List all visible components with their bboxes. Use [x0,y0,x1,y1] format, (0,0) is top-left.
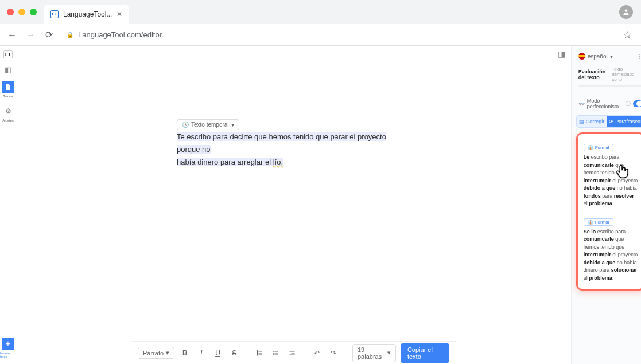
url-text: LanguageTool.com/editor [78,30,162,39]
panel-menu-icon[interactable]: ⋮ [637,53,641,60]
window-controls [0,9,44,15]
perfectionist-mode-row: 👓 Modo perfeccionista ⓘ [576,92,641,115]
tab-title: LanguageTool... [63,10,112,18]
paraphrase-suggestions-box: 👔 Formal Le escribo para comunicarle que… [576,132,641,291]
mode-paraphrase-label: Parafrasear [615,119,641,124]
url-field[interactable]: 🔒 LanguageTool.com/editor [61,30,617,39]
evaluation-title: Evaluación del texto [578,69,612,80]
redo-button[interactable]: ↷ [328,346,340,360]
svg-point-11 [273,353,274,353]
undo-button[interactable]: ↶ [311,346,323,360]
mode-correct-button[interactable]: ▤ Corregir [577,116,607,127]
chevron-down-icon: ▾ [231,122,234,128]
browser-profile-avatar[interactable] [619,5,633,19]
lock-icon: 🔒 [67,32,73,38]
copy-button-label: Copiar el texto [407,346,433,360]
app-container: LT ◧ Textos ⚙ Ajustes + Nuevo texto ◨ 🕓 … [0,46,641,364]
bold-button[interactable]: B [179,346,191,360]
suggestion-text-0: Le escribo para comunicarle que hemos te… [584,154,638,208]
rail-item-textos[interactable]: Textos [0,81,16,98]
glasses-icon: 👓 [578,101,585,107]
suggestion-text-1: Se lo escribo para comunicarle que hemos… [584,228,638,283]
bookmark-star-icon[interactable]: ☆ [623,29,632,41]
evaluation-progress-bar [578,85,641,87]
document-icon [2,81,14,93]
rail-new-text[interactable]: + Nuevo texto [0,338,16,358]
perfectionist-label: Modo perfeccionista [587,98,623,109]
panel-toggle-left-icon[interactable]: ◧ [5,65,11,74]
rail-label-ajustes: Ajustes [2,119,14,122]
window-close-button[interactable] [7,9,14,15]
italic-button[interactable]: I [196,346,208,360]
editor-text-content[interactable]: Te escribo para decirte que hemos tenido… [177,131,410,169]
temp-text-chip[interactable]: 🕓 Texto temporal ▾ [177,119,239,130]
mode-switcher: ▤ Corregir ⟳ Parafrasear [576,115,641,128]
badge-label-1: Formal [595,220,609,225]
tab-close-icon[interactable]: ✕ [116,10,122,18]
svg-text:3: 3 [257,354,258,356]
window-maximize-button[interactable] [30,9,37,15]
main-area: ◨ 🕓 Texto temporal ▾ Te escribo para dec… [16,46,571,364]
browser-tab-bar: LT LanguageTool... ✕ [0,0,641,24]
mode-paraphrase-button[interactable]: ⟳ Parafrasear [607,116,641,127]
main-topbar: ◨ [16,46,571,62]
suggestion-badge-formal: 👔 Formal [584,144,613,151]
clock-icon: 🕓 [182,122,189,128]
editor-line-1: Te escribo para decirte que hemos tenido… [177,132,386,154]
chevron-down-icon: ▾ [610,53,613,60]
editor-body[interactable]: 🕓 Texto temporal ▾ Te escribo para decir… [16,62,571,341]
rail-label-textos: Textos [3,95,13,98]
window-minimize-button[interactable] [18,9,25,15]
tie-icon: 👔 [588,145,593,150]
unordered-list-button[interactable] [270,346,282,360]
plus-icon: + [2,338,14,350]
chevron-down-icon: ▾ [387,349,391,357]
suggestion-card[interactable]: 👔 Formal Le escribo para comunicarle que… [581,138,640,212]
editor-line-2a: había dinero para arreglar el [177,158,273,166]
svg-point-0 [625,9,628,12]
copy-text-button[interactable]: Copiar el texto [401,343,449,363]
flag-spain-icon [578,53,585,60]
paragraph-label: Párrafo [143,350,164,357]
panel-toggle-right-icon[interactable]: ◨ [558,49,565,58]
info-icon[interactable]: ⓘ [626,100,631,108]
suggestion-card[interactable]: 👔 Formal Se lo escribo para comunicarle … [581,212,640,286]
reload-button[interactable]: ⟳ [42,29,55,41]
rail-item-ajustes[interactable]: ⚙ Ajustes [0,105,16,122]
app-logo[interactable]: LT [3,50,13,58]
browser-tab[interactable]: LT LanguageTool... ✕ [44,5,129,24]
strikethrough-button[interactable]: S [228,346,240,360]
editor-error-word: lío. [273,158,283,166]
perfectionist-toggle[interactable] [633,100,641,107]
forward-button[interactable]: → [24,29,37,41]
badge-label-0: Formal [595,145,609,150]
rail-label-new: Nuevo texto [0,351,16,358]
language-selector[interactable]: español ▾ ⋮ [576,50,641,62]
suggestion-badge-formal: 👔 Formal [584,218,613,226]
tab-favicon: LT [50,10,59,18]
browser-address-bar: ← → ⟳ 🔒 LanguageTool.com/editor ☆ [0,24,641,46]
underline-button[interactable]: U [212,346,224,360]
gear-icon: ⚙ [2,105,14,118]
ordered-list-button[interactable]: 123 [253,346,265,360]
back-button[interactable]: ← [6,29,18,41]
evaluation-status: Texto demasiado corto [612,66,641,82]
svg-point-12 [273,354,274,355]
chevron-down-icon: ▾ [166,349,169,357]
word-count-chip[interactable]: 19 palabras ▾ [352,344,396,362]
bottom-toolbar: Párrafo ▾ B I U S 123 ↶ ↷ 19 palabras [131,341,456,364]
paragraph-style-select[interactable]: Párrafo ▾ [138,347,174,359]
mode-correct-label: Corregir [586,119,605,124]
tie-icon: 👔 [588,220,593,225]
left-rail: LT ◧ Textos ⚙ Ajustes + Nuevo texto [0,46,16,364]
svg-point-10 [273,351,274,351]
indent-button[interactable] [286,346,298,360]
temp-chip-label: Texto temporal [191,122,229,128]
language-label: español [588,53,608,60]
evaluation-section: Evaluación del texto Texto demasiado cor… [576,62,641,92]
word-count-label: 19 palabras [358,346,385,360]
right-panel: español ▾ ⋮ Evaluación del texto Texto d… [571,46,641,364]
correct-icon: ▤ [579,119,584,124]
paraphrase-icon: ⟳ [609,119,613,124]
